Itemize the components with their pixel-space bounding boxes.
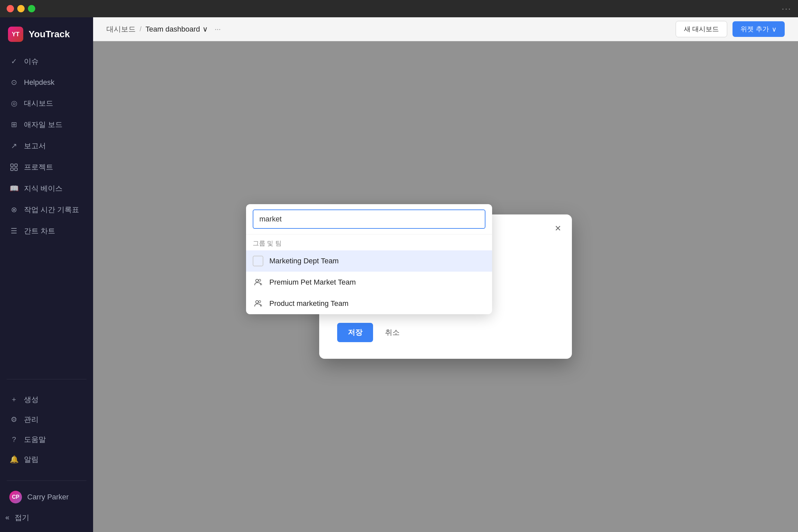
app-container: YT YouTrack ✓ 이슈 ⊙ Helpdesk ◎ 대시보드 ⊞ 애자일… [0,17,798,532]
sidebar-item-gantt[interactable]: ☰ 간트 차트 [4,221,89,241]
breadcrumb-current-text: Team dashboard [146,25,200,34]
sidebar-item-create[interactable]: + 생성 [4,390,89,409]
projects-icon [9,163,19,172]
admin-icon: ⚙ [9,415,19,424]
title-bar-menu-icon[interactable]: ··· [782,3,791,14]
add-widget-label: 위젯 추가 [740,25,769,34]
premium-pet-team-icon [253,277,263,288]
avatar: CP [9,491,22,504]
svg-point-6 [256,301,258,303]
reports-icon: ↗ [9,141,19,151]
sidebar-item-issues[interactable]: ✓ 이슈 [4,51,89,72]
svg-rect-1 [15,164,17,167]
dialog-actions: 저장 취소 [337,323,554,342]
collapse-icon: « [5,513,9,522]
dropdown-item-marketing-dept[interactable]: Marketing Dept Team [246,250,492,272]
product-marketing-team-icon [253,298,263,309]
top-bar: 대시보드 / Team dashboard ∨ ··· 새 대시보드 위젯 추가… [93,17,798,41]
dashboard-icon: ◎ [9,99,19,108]
sidebar-item-admin[interactable]: ⚙ 관리 [4,410,89,429]
svg-rect-0 [11,164,13,167]
sidebar: YT YouTrack ✓ 이슈 ⊙ Helpdesk ◎ 대시보드 ⊞ 애자일… [0,17,93,532]
traffic-lights [7,5,35,12]
sidebar-item-issues-label: 이슈 [24,57,39,66]
sidebar-item-helpdesk[interactable]: ⊙ Helpdesk [4,73,89,92]
breadcrumb-dots[interactable]: ··· [214,25,221,34]
sidebar-item-knowledge[interactable]: 📖 지식 베이스 [4,178,89,199]
sidebar-item-dashboard-label: 대시보드 [24,98,53,108]
breadcrumb: 대시보드 / Team dashboard ∨ ··· [107,24,221,34]
user-name: Carry Parker [27,493,69,501]
timelog-icon: ⊗ [9,205,19,214]
alerts-icon: 🔔 [9,455,19,464]
sidebar-item-create-label: 생성 [24,395,39,405]
dropdown-item-product-marketing-label: Product marketing Team [269,299,348,308]
dropdown-item-marketing-dept-label: Marketing Dept Team [269,257,339,265]
sidebar-item-gantt-label: 간트 차트 [24,226,55,236]
close-traffic-light[interactable] [7,5,14,12]
minimize-traffic-light[interactable] [17,5,25,12]
agile-icon: ⊞ [9,120,19,129]
sidebar-logo: YT YouTrack [0,17,93,51]
sidebar-item-help-label: 도움말 [24,435,46,444]
gantt-icon: ☰ [9,226,19,236]
svg-rect-3 [15,168,17,171]
sidebar-item-agile-label: 애자일 보드 [24,120,62,130]
breadcrumb-current[interactable]: Team dashboard ∨ [146,25,208,34]
dropdown-item-premium-pet-label: Premium Pet Market Team [269,278,356,287]
svg-point-4 [256,279,258,282]
collapse-label: 접기 [15,513,29,523]
dropdown-item-premium-pet[interactable]: Premium Pet Market Team [246,272,492,293]
logo-icon: YT [8,26,23,42]
marketing-dept-checkbox-icon [253,256,263,266]
breadcrumb-chevron-icon: ∨ [203,25,208,34]
dropdown-item-product-marketing[interactable]: Product marketing Team [246,293,492,314]
content-area: 이 공간을 사용하여 프로젝트 및 작업과 관련된 정보를 추적할 수 있습니다… [93,41,798,532]
sidebar-item-agile[interactable]: ⊞ 애자일 보드 [4,114,89,135]
issues-icon: ✓ [9,57,19,66]
sidebar-item-knowledge-label: 지식 베이스 [24,184,62,193]
sidebar-divider [7,379,87,379]
dialog-cancel-button[interactable]: 취소 [378,323,406,342]
sidebar-item-projects[interactable]: 프로젝트 [4,157,89,177]
sidebar-collapse[interactable]: « 접기 [0,508,93,532]
sidebar-bottom-divider [7,480,87,481]
dropdown-search-container [246,204,492,234]
sidebar-item-timelog-label: 작업 시간 기록표 [24,205,79,215]
sidebar-bottom: + 생성 ⚙ 관리 ? 도움말 🔔 알림 [0,385,93,475]
main-content: 대시보드 / Team dashboard ∨ ··· 새 대시보드 위젯 추가… [93,17,798,532]
svg-point-5 [259,279,261,281]
sidebar-item-reports-label: 보고서 [24,141,46,151]
user-profile[interactable]: CP Carry Parker [4,486,89,508]
sidebar-item-projects-label: 프로젝트 [24,162,53,172]
add-widget-chevron-icon: ∨ [772,25,777,33]
helpdesk-icon: ⊙ [9,78,19,87]
sidebar-item-dashboard[interactable]: ◎ 대시보드 [4,93,89,114]
breadcrumb-separator: / [140,25,141,33]
maximize-traffic-light[interactable] [28,5,35,12]
team-search-dropdown: 그룹 및 팀 Marketing Dept Team [246,204,492,314]
new-dashboard-button[interactable]: 새 대시보드 [676,21,727,37]
logo-text: YouTrack [28,29,70,40]
svg-rect-2 [11,168,13,171]
sidebar-item-helpdesk-label: Helpdesk [24,78,55,87]
team-search-input[interactable] [253,209,486,229]
sidebar-item-admin-label: 관리 [24,415,39,424]
dialog-close-button[interactable]: ✕ [552,223,564,234]
title-bar: ··· [0,0,798,17]
knowledge-icon: 📖 [9,184,19,193]
sidebar-item-help[interactable]: ? 도움말 [4,430,89,449]
breadcrumb-root[interactable]: 대시보드 [107,24,136,34]
sidebar-item-alerts-label: 알림 [24,455,39,464]
top-bar-actions: 새 대시보드 위젯 추가 ∨ [676,21,785,37]
sidebar-item-reports[interactable]: ↗ 보고서 [4,136,89,156]
modal-overlay[interactable]: ✕ 'Team dashboard' 공유 소유자 Carry Parker ∨… [93,41,798,532]
sidebar-item-alerts[interactable]: 🔔 알림 [4,450,89,469]
sidebar-item-timelog[interactable]: ⊗ 작업 시간 기록표 [4,200,89,220]
dialog-save-button[interactable]: 저장 [337,323,373,342]
dropdown-section-label: 그룹 및 팀 [246,234,492,250]
help-icon: ? [9,435,19,444]
svg-point-7 [259,301,261,303]
add-widget-button[interactable]: 위젯 추가 ∨ [733,21,785,37]
create-icon: + [9,395,19,404]
